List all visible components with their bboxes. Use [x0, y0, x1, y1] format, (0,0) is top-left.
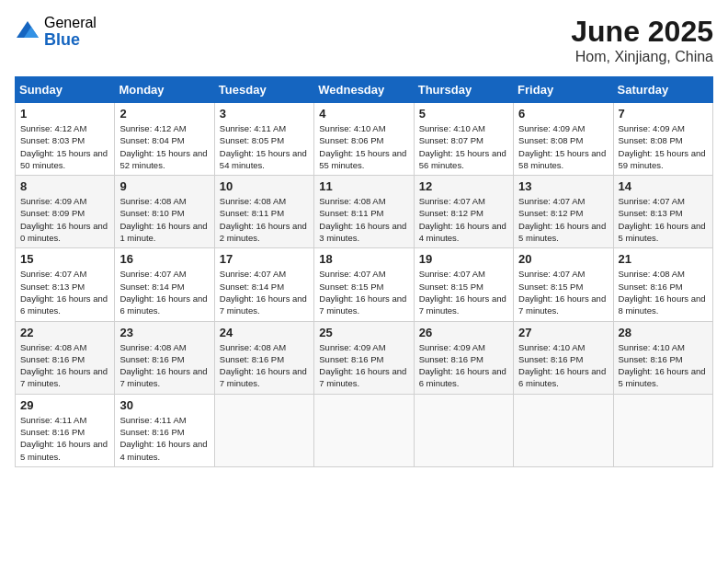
day-info: Sunrise: 4:08 AMSunset: 8:16 PMDaylight:… [20, 342, 108, 389]
day-number: 11 [319, 179, 408, 193]
day-info: Sunrise: 4:12 AMSunset: 8:04 PMDaylight:… [119, 123, 207, 170]
logo-blue: Blue [44, 31, 97, 50]
calendar-cell: 24 Sunrise: 4:08 AMSunset: 8:16 PMDaylig… [214, 321, 313, 394]
day-number: 27 [518, 326, 608, 339]
calendar-cell: 3 Sunrise: 4:11 AMSunset: 8:05 PMDayligh… [214, 103, 313, 176]
calendar-week-1: 1 Sunrise: 4:12 AMSunset: 8:03 PMDayligh… [16, 103, 713, 176]
calendar-cell: 14 Sunrise: 4:07 AMSunset: 8:13 PMDaylig… [613, 176, 712, 248]
calendar: SundayMondayTuesdayWednesdayThursdayFrid… [15, 76, 713, 467]
calendar-cell: 6 Sunrise: 4:09 AMSunset: 8:08 PMDayligh… [514, 103, 613, 176]
day-number: 28 [619, 326, 708, 339]
day-info: Sunrise: 4:11 AMSunset: 8:16 PMDaylight:… [119, 415, 207, 462]
day-number: 22 [20, 326, 109, 339]
calendar-cell: 1 Sunrise: 4:12 AMSunset: 8:03 PMDayligh… [16, 103, 115, 176]
day-info: Sunrise: 4:07 AMSunset: 8:15 PMDaylight:… [518, 269, 606, 316]
day-number: 18 [319, 252, 408, 266]
day-info: Sunrise: 4:09 AMSunset: 8:16 PMDaylight:… [319, 342, 406, 389]
calendar-cell: 2 Sunrise: 4:12 AMSunset: 8:04 PMDayligh… [115, 103, 214, 176]
day-info: Sunrise: 4:07 AMSunset: 8:12 PMDaylight:… [419, 196, 506, 243]
calendar-cell: 11 Sunrise: 4:08 AMSunset: 8:11 PMDaylig… [314, 176, 414, 248]
calendar-cell: 27 Sunrise: 4:10 AMSunset: 8:16 PMDaylig… [514, 321, 613, 394]
day-info: Sunrise: 4:07 AMSunset: 8:14 PMDaylight:… [119, 269, 207, 316]
day-info: Sunrise: 4:07 AMSunset: 8:12 PMDaylight:… [518, 196, 606, 243]
calendar-cell: 15 Sunrise: 4:07 AMSunset: 8:13 PMDaylig… [16, 248, 115, 321]
col-header-sunday: Sunday [16, 77, 115, 103]
day-info: Sunrise: 4:07 AMSunset: 8:14 PMDaylight:… [220, 269, 307, 316]
col-header-wednesday: Wednesday [314, 77, 414, 103]
day-info: Sunrise: 4:10 AMSunset: 8:06 PMDaylight:… [319, 123, 406, 170]
calendar-cell: 20 Sunrise: 4:07 AMSunset: 8:15 PMDaylig… [514, 248, 613, 321]
day-number: 3 [220, 107, 309, 121]
day-number: 20 [518, 252, 608, 266]
col-header-thursday: Thursday [414, 77, 513, 103]
title-area: June 2025 Hom, Xinjiang, China [571, 15, 713, 65]
day-info: Sunrise: 4:10 AMSunset: 8:07 PMDaylight:… [419, 123, 506, 170]
day-info: Sunrise: 4:12 AMSunset: 8:03 PMDaylight:… [20, 123, 108, 170]
calendar-cell: 29 Sunrise: 4:11 AMSunset: 8:16 PMDaylig… [16, 394, 115, 466]
calendar-cell [613, 394, 712, 466]
calendar-cell: 22 Sunrise: 4:08 AMSunset: 8:16 PMDaylig… [16, 321, 115, 394]
day-info: Sunrise: 4:09 AMSunset: 8:08 PMDaylight:… [619, 123, 706, 170]
calendar-week-4: 22 Sunrise: 4:08 AMSunset: 8:16 PMDaylig… [16, 321, 713, 394]
day-number: 19 [419, 252, 508, 266]
calendar-cell: 7 Sunrise: 4:09 AMSunset: 8:08 PMDayligh… [613, 103, 712, 176]
day-info: Sunrise: 4:08 AMSunset: 8:16 PMDaylight:… [220, 342, 307, 389]
day-number: 17 [220, 252, 309, 266]
day-number: 1 [20, 107, 109, 121]
day-info: Sunrise: 4:08 AMSunset: 8:16 PMDaylight:… [619, 269, 706, 316]
month-title: June 2025 [571, 15, 713, 49]
day-number: 30 [119, 398, 209, 412]
calendar-cell [314, 394, 414, 466]
day-info: Sunrise: 4:11 AMSunset: 8:16 PMDaylight:… [20, 415, 108, 462]
day-number: 15 [20, 252, 109, 266]
header: General Blue June 2025 Hom, Xinjiang, Ch… [15, 15, 713, 65]
day-number: 24 [220, 326, 309, 339]
calendar-cell [214, 394, 313, 466]
calendar-cell: 12 Sunrise: 4:07 AMSunset: 8:12 PMDaylig… [414, 176, 513, 248]
calendar-cell: 25 Sunrise: 4:09 AMSunset: 8:16 PMDaylig… [314, 321, 414, 394]
logo-icon [15, 19, 40, 45]
calendar-cell: 23 Sunrise: 4:08 AMSunset: 8:16 PMDaylig… [115, 321, 214, 394]
calendar-cell: 16 Sunrise: 4:07 AMSunset: 8:14 PMDaylig… [115, 248, 214, 321]
day-number: 5 [419, 107, 508, 121]
day-info: Sunrise: 4:08 AMSunset: 8:16 PMDaylight:… [119, 342, 207, 389]
day-number: 21 [619, 252, 708, 266]
day-number: 4 [319, 107, 408, 121]
day-info: Sunrise: 4:11 AMSunset: 8:05 PMDaylight:… [220, 123, 307, 170]
calendar-cell: 8 Sunrise: 4:09 AMSunset: 8:09 PMDayligh… [16, 176, 115, 248]
day-number: 6 [518, 107, 608, 121]
calendar-week-2: 8 Sunrise: 4:09 AMSunset: 8:09 PMDayligh… [16, 176, 713, 248]
calendar-week-5: 29 Sunrise: 4:11 AMSunset: 8:16 PMDaylig… [16, 394, 713, 466]
calendar-cell: 9 Sunrise: 4:08 AMSunset: 8:10 PMDayligh… [115, 176, 214, 248]
col-header-saturday: Saturday [613, 77, 712, 103]
day-info: Sunrise: 4:08 AMSunset: 8:11 PMDaylight:… [319, 196, 406, 243]
day-number: 10 [220, 179, 309, 193]
day-info: Sunrise: 4:08 AMSunset: 8:11 PMDaylight:… [220, 196, 307, 243]
calendar-cell: 18 Sunrise: 4:07 AMSunset: 8:15 PMDaylig… [314, 248, 414, 321]
day-info: Sunrise: 4:07 AMSunset: 8:15 PMDaylight:… [319, 269, 406, 316]
calendar-cell: 26 Sunrise: 4:09 AMSunset: 8:16 PMDaylig… [414, 321, 513, 394]
calendar-week-3: 15 Sunrise: 4:07 AMSunset: 8:13 PMDaylig… [16, 248, 713, 321]
logo-text: General Blue [44, 15, 97, 49]
col-header-monday: Monday [115, 77, 214, 103]
day-info: Sunrise: 4:07 AMSunset: 8:15 PMDaylight:… [419, 269, 506, 316]
calendar-cell: 10 Sunrise: 4:08 AMSunset: 8:11 PMDaylig… [214, 176, 313, 248]
day-number: 14 [619, 179, 708, 193]
calendar-cell: 5 Sunrise: 4:10 AMSunset: 8:07 PMDayligh… [414, 103, 513, 176]
calendar-cell: 21 Sunrise: 4:08 AMSunset: 8:16 PMDaylig… [613, 248, 712, 321]
day-number: 7 [619, 107, 708, 121]
day-number: 23 [119, 326, 209, 339]
day-info: Sunrise: 4:09 AMSunset: 8:16 PMDaylight:… [419, 342, 506, 389]
logo: General Blue [15, 15, 97, 49]
day-info: Sunrise: 4:08 AMSunset: 8:10 PMDaylight:… [119, 196, 207, 243]
logo-general: General [44, 15, 97, 31]
day-number: 12 [419, 179, 508, 193]
day-info: Sunrise: 4:09 AMSunset: 8:09 PMDaylight:… [20, 196, 108, 243]
day-info: Sunrise: 4:07 AMSunset: 8:13 PMDaylight:… [619, 196, 706, 243]
calendar-cell [414, 394, 513, 466]
calendar-cell: 28 Sunrise: 4:10 AMSunset: 8:16 PMDaylig… [613, 321, 712, 394]
location: Hom, Xinjiang, China [571, 49, 713, 65]
calendar-cell [514, 394, 613, 466]
day-number: 2 [119, 107, 209, 121]
calendar-cell: 4 Sunrise: 4:10 AMSunset: 8:06 PMDayligh… [314, 103, 414, 176]
